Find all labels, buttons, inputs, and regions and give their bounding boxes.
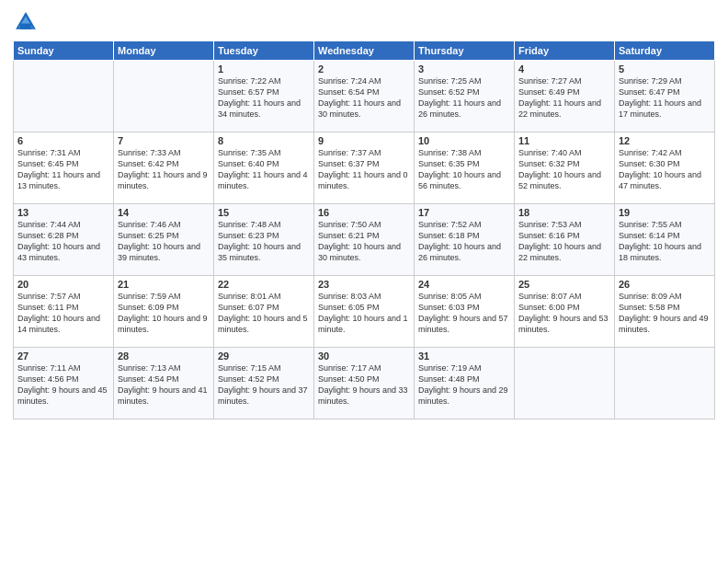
day-number: 3	[418, 63, 510, 75]
day-number: 30	[318, 350, 410, 362]
weekday-header-saturday: Saturday	[615, 41, 715, 61]
day-info: Sunrise: 7:19 AM Sunset: 4:48 PM Dayligh…	[418, 362, 510, 408]
weekday-header-row: SundayMondayTuesdayWednesdayThursdayFrid…	[14, 41, 715, 61]
day-number: 23	[318, 279, 410, 290]
calendar-cell: 19Sunrise: 7:55 AM Sunset: 6:14 PM Dayli…	[615, 204, 715, 276]
calendar-cell: 12Sunrise: 7:42 AM Sunset: 6:30 PM Dayli…	[615, 132, 715, 204]
day-number: 18	[518, 207, 610, 218]
calendar-cell	[515, 348, 615, 419]
day-number: 29	[218, 350, 310, 362]
day-info: Sunrise: 7:24 AM Sunset: 6:54 PM Dayligh…	[318, 75, 410, 121]
day-number: 26	[619, 279, 711, 290]
day-info: Sunrise: 7:46 AM Sunset: 6:25 PM Dayligh…	[118, 219, 210, 264]
day-number: 27	[17, 350, 109, 362]
weekday-header-thursday: Thursday	[415, 41, 515, 61]
day-number: 14	[118, 207, 210, 218]
day-number: 1	[218, 63, 310, 75]
calendar-cell: 25Sunrise: 8:07 AM Sunset: 6:00 PM Dayli…	[515, 276, 615, 348]
calendar-cell: 28Sunrise: 7:13 AM Sunset: 4:54 PM Dayli…	[114, 348, 214, 419]
calendar-week-row: 27Sunrise: 7:11 AM Sunset: 4:56 PM Dayli…	[14, 348, 715, 419]
day-info: Sunrise: 7:31 AM Sunset: 6:45 PM Dayligh…	[17, 147, 109, 192]
calendar-cell: 6Sunrise: 7:31 AM Sunset: 6:45 PM Daylig…	[14, 132, 114, 204]
weekday-header-tuesday: Tuesday	[214, 41, 314, 61]
calendar-cell: 30Sunrise: 7:17 AM Sunset: 4:50 PM Dayli…	[314, 348, 415, 419]
day-number: 19	[619, 207, 711, 218]
logo-icon	[13, 9, 39, 35]
day-info: Sunrise: 7:52 AM Sunset: 6:18 PM Dayligh…	[418, 219, 510, 264]
day-info: Sunrise: 7:42 AM Sunset: 6:30 PM Dayligh…	[619, 147, 711, 192]
calendar-week-row: 20Sunrise: 7:57 AM Sunset: 6:11 PM Dayli…	[14, 276, 715, 348]
calendar-cell	[114, 61, 214, 132]
day-info: Sunrise: 8:09 AM Sunset: 5:58 PM Dayligh…	[619, 291, 711, 336]
calendar-cell: 1Sunrise: 7:22 AM Sunset: 6:57 PM Daylig…	[214, 61, 314, 132]
day-number: 15	[218, 207, 310, 218]
day-info: Sunrise: 7:17 AM Sunset: 4:50 PM Dayligh…	[318, 362, 410, 408]
calendar-cell: 20Sunrise: 7:57 AM Sunset: 6:11 PM Dayli…	[14, 276, 114, 348]
day-info: Sunrise: 7:27 AM Sunset: 6:49 PM Dayligh…	[518, 75, 610, 121]
day-info: Sunrise: 8:01 AM Sunset: 6:07 PM Dayligh…	[218, 291, 310, 336]
day-info: Sunrise: 7:50 AM Sunset: 6:21 PM Dayligh…	[318, 219, 410, 264]
calendar-cell: 5Sunrise: 7:29 AM Sunset: 6:47 PM Daylig…	[615, 61, 715, 132]
weekday-header-friday: Friday	[515, 41, 615, 61]
header-row	[13, 9, 715, 35]
calendar-cell: 9Sunrise: 7:37 AM Sunset: 6:37 PM Daylig…	[314, 132, 415, 204]
day-info: Sunrise: 7:22 AM Sunset: 6:57 PM Dayligh…	[218, 75, 310, 121]
day-info: Sunrise: 8:05 AM Sunset: 6:03 PM Dayligh…	[418, 291, 510, 336]
calendar-cell: 7Sunrise: 7:33 AM Sunset: 6:42 PM Daylig…	[114, 132, 214, 204]
day-number: 7	[118, 135, 210, 146]
calendar-cell: 8Sunrise: 7:35 AM Sunset: 6:40 PM Daylig…	[214, 132, 314, 204]
day-number: 25	[518, 279, 610, 290]
day-number: 5	[619, 63, 711, 75]
day-info: Sunrise: 7:53 AM Sunset: 6:16 PM Dayligh…	[518, 219, 610, 264]
day-number: 20	[17, 279, 109, 290]
day-info: Sunrise: 7:40 AM Sunset: 6:32 PM Dayligh…	[518, 147, 610, 192]
calendar-cell: 13Sunrise: 7:44 AM Sunset: 6:28 PM Dayli…	[14, 204, 114, 276]
weekday-header-monday: Monday	[114, 41, 214, 61]
day-info: Sunrise: 7:44 AM Sunset: 6:28 PM Dayligh…	[17, 219, 109, 264]
day-number: 21	[118, 279, 210, 290]
day-number: 11	[518, 135, 610, 146]
day-info: Sunrise: 7:15 AM Sunset: 4:52 PM Dayligh…	[218, 362, 310, 408]
day-info: Sunrise: 7:57 AM Sunset: 6:11 PM Dayligh…	[17, 291, 109, 336]
calendar-week-row: 13Sunrise: 7:44 AM Sunset: 6:28 PM Dayli…	[14, 204, 715, 276]
calendar-cell: 22Sunrise: 8:01 AM Sunset: 6:07 PM Dayli…	[214, 276, 314, 348]
day-number: 13	[17, 207, 109, 218]
day-info: Sunrise: 7:13 AM Sunset: 4:54 PM Dayligh…	[118, 362, 210, 408]
calendar-cell: 10Sunrise: 7:38 AM Sunset: 6:35 PM Dayli…	[415, 132, 515, 204]
calendar-week-row: 1Sunrise: 7:22 AM Sunset: 6:57 PM Daylig…	[14, 61, 715, 132]
calendar-cell: 23Sunrise: 8:03 AM Sunset: 6:05 PM Dayli…	[314, 276, 415, 348]
calendar-cell: 21Sunrise: 7:59 AM Sunset: 6:09 PM Dayli…	[114, 276, 214, 348]
calendar-week-row: 6Sunrise: 7:31 AM Sunset: 6:45 PM Daylig…	[14, 132, 715, 204]
day-number: 6	[17, 135, 109, 146]
day-number: 2	[318, 63, 410, 75]
day-number: 31	[418, 350, 510, 362]
calendar-cell: 31Sunrise: 7:19 AM Sunset: 4:48 PM Dayli…	[415, 348, 515, 419]
day-number: 9	[318, 135, 410, 146]
calendar-cell: 3Sunrise: 7:25 AM Sunset: 6:52 PM Daylig…	[415, 61, 515, 132]
day-number: 24	[418, 279, 510, 290]
weekday-header-sunday: Sunday	[14, 41, 114, 61]
day-info: Sunrise: 7:35 AM Sunset: 6:40 PM Dayligh…	[218, 147, 310, 192]
calendar-thead: SundayMondayTuesdayWednesdayThursdayFrid…	[14, 41, 715, 61]
day-info: Sunrise: 7:37 AM Sunset: 6:37 PM Dayligh…	[318, 147, 410, 192]
day-info: Sunrise: 7:29 AM Sunset: 6:47 PM Dayligh…	[619, 75, 711, 121]
svg-rect-2	[20, 24, 31, 29]
day-number: 12	[619, 135, 711, 146]
day-number: 10	[418, 135, 510, 146]
calendar-cell	[615, 348, 715, 419]
weekday-header-wednesday: Wednesday	[314, 41, 415, 61]
calendar-cell: 27Sunrise: 7:11 AM Sunset: 4:56 PM Dayli…	[14, 348, 114, 419]
day-number: 22	[218, 279, 310, 290]
calendar-cell: 15Sunrise: 7:48 AM Sunset: 6:23 PM Dayli…	[214, 204, 314, 276]
calendar-cell: 14Sunrise: 7:46 AM Sunset: 6:25 PM Dayli…	[114, 204, 214, 276]
day-number: 17	[418, 207, 510, 218]
calendar-cell: 4Sunrise: 7:27 AM Sunset: 6:49 PM Daylig…	[515, 61, 615, 132]
day-number: 4	[518, 63, 610, 75]
day-info: Sunrise: 8:03 AM Sunset: 6:05 PM Dayligh…	[318, 291, 410, 336]
calendar-cell: 16Sunrise: 7:50 AM Sunset: 6:21 PM Dayli…	[314, 204, 415, 276]
day-info: Sunrise: 7:48 AM Sunset: 6:23 PM Dayligh…	[218, 219, 310, 264]
day-info: Sunrise: 8:07 AM Sunset: 6:00 PM Dayligh…	[518, 291, 610, 336]
calendar-body: 1Sunrise: 7:22 AM Sunset: 6:57 PM Daylig…	[14, 61, 715, 419]
logo	[13, 9, 42, 35]
day-number: 16	[318, 207, 410, 218]
